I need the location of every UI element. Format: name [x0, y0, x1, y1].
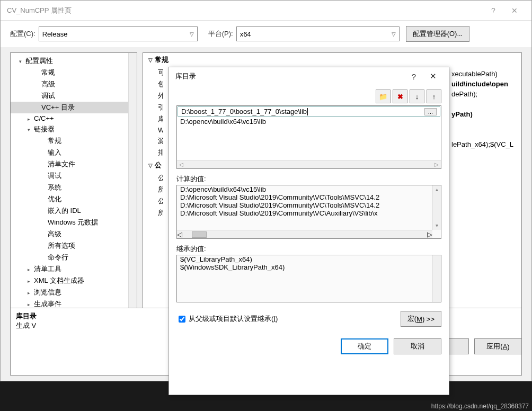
tree-item[interactable]: VC++ 目录 [11, 102, 128, 113]
dialog-footer: 确定 取消 [169, 338, 449, 362]
tree-item[interactable]: 清单文件 [11, 158, 128, 170]
prop-value-tail: xecutablePath) [447, 69, 521, 79]
platform-label: 平台(P): [208, 29, 233, 39]
tree-item[interactable]: ▾配置属性 [11, 55, 128, 67]
inherit-check-row: 从父级或项目默认设置继承(I) 宏(M) >> [176, 311, 441, 327]
config-manager-button[interactable]: 配置管理器(O)... [406, 26, 470, 42]
tree-item[interactable]: ▸浏览信息 [11, 287, 128, 298]
inherit-line: $(VC_LibraryPath_x64) [177, 255, 441, 263]
tree-item[interactable]: Windows 元数据 [11, 217, 128, 228]
tree-item[interactable]: 所有选项 [11, 240, 128, 252]
calc-line: D:\Microsoft Visual Studio\2019\Communit… [177, 209, 441, 217]
tree-item[interactable]: 高级 [11, 228, 128, 240]
main-titlebar: CV_NumCPP 属性页 ? ✕ [1, 1, 531, 21]
tree-item[interactable]: ▸C/C++ [11, 113, 128, 123]
macro-button[interactable]: 宏(M) >> [401, 311, 441, 327]
tree-item[interactable]: 常规 [11, 135, 128, 147]
prop-value-tail [447, 129, 521, 139]
paths-edit-list[interactable]: D:\boost_1_77_0\boost_1_77_0\stage\lib .… [176, 105, 441, 169]
tree-item[interactable]: 系统 [11, 182, 128, 193]
inherit-line: $(WindowsSDK_LibraryPath_x64) [177, 263, 441, 271]
path-line[interactable]: D:\opencv\build\x64\vc15\lib [177, 117, 441, 126]
calc-hscroll[interactable]: ◁▷ [177, 230, 432, 238]
calc-line: D:\Microsoft Visual Studio\2019\Communit… [177, 201, 441, 209]
library-dirs-dialog: 库目录 ? ✕ 📁 ✖ ↓ ↑ D:\boost_1_77_0\boost_1_… [169, 67, 449, 395]
close-button[interactable]: ✕ [504, 6, 525, 15]
new-line-button[interactable]: 📁 [376, 90, 391, 103]
browse-button[interactable]: ... [424, 108, 437, 115]
tree-item[interactable]: 调试 [11, 170, 128, 182]
chevron-down-icon: ▽ [392, 31, 396, 37]
move-down-button[interactable]: ↓ [410, 90, 424, 103]
dialog-title: 库目录 [175, 72, 404, 81]
tree-item[interactable]: 调试 [11, 90, 128, 102]
config-label: 配置(C): [10, 29, 36, 39]
tree-item[interactable]: ▸XML 文档生成器 [11, 275, 128, 287]
prop-value-tail: uild\include\open [447, 79, 521, 89]
inherit-checkbox[interactable] [179, 316, 185, 323]
calc-vscroll[interactable]: ▴▾ [432, 185, 441, 230]
calc-line: D:\opencv\build\x64\vc15\lib [177, 185, 441, 193]
tree-item[interactable]: 高级 [11, 78, 128, 90]
tree-item[interactable]: ▾链接器 [11, 123, 128, 135]
inherited-list: $(VC_LibraryPath_x64) $(WindowsSDK_Libra… [176, 255, 441, 302]
dialog-titlebar: 库目录 ? ✕ [169, 67, 449, 85]
dialog-help-button[interactable]: ? [404, 72, 423, 81]
tree-item[interactable]: ▸清单工具 [11, 263, 128, 275]
config-tree[interactable]: ▾配置属性常规高级调试VC++ 目录▸C/C++▾链接器常规输入清单文件调试系统… [11, 53, 128, 338]
prop-value-tail: dePath); [447, 89, 521, 99]
prop-value-tail: yPath) [447, 109, 521, 119]
calculated-label: 计算的值: [176, 174, 441, 184]
watermark: https://blog.csdn.net/qq_28368377 [431, 403, 529, 410]
cancel-button[interactable]: 取消 [394, 338, 441, 354]
inherited-label: 继承的值: [176, 244, 441, 254]
ok-button[interactable]: 确定 [341, 338, 388, 354]
inherit-check-label: 从父级或项目默认设置继承(I) [189, 314, 278, 324]
config-row: 配置(C): Release ▽ 平台(P): x64 ▽ 配置管理器(O)..… [1, 21, 531, 47]
calc-line: D:\Microsoft Visual Studio\2019\Communit… [177, 193, 441, 201]
tree-panel: ▾配置属性常规高级调试VC++ 目录▸C/C++▾链接器常规输入清单文件调试系统… [10, 52, 137, 338]
tree-item[interactable]: 嵌入的 IDL [11, 205, 128, 217]
calculated-list: D:\opencv\build\x64\vc15\lib D:\Microsof… [176, 185, 441, 239]
dialog-body: 📁 ✖ ↓ ↑ D:\boost_1_77_0\boost_1_77_0\sta… [169, 85, 449, 338]
tree-scrollbar[interactable] [128, 53, 137, 338]
prop-value-tail: lePath_x64);$(VC_L [447, 139, 521, 149]
chevron-down-icon: ▽ [190, 31, 194, 37]
platform-value: x64 [240, 30, 251, 38]
main-title: CV_NumCPP 属性页 [7, 6, 483, 15]
section-general[interactable]: ▽常规 [143, 53, 521, 67]
help-button[interactable]: ? [483, 6, 504, 15]
platform-combo[interactable]: x64 ▽ [236, 26, 400, 41]
dialog-toolbar: 📁 ✖ ↓ ↑ [176, 90, 441, 103]
dialog-close-button[interactable]: ✕ [423, 72, 442, 81]
tree-item[interactable]: 命令行 [11, 252, 128, 263]
path-line-editing[interactable]: D:\boost_1_77_0\boost_1_77_0\stage\lib .… [178, 106, 440, 117]
apply-button[interactable]: 应用(A) [474, 338, 522, 354]
prop-value-tail [447, 119, 521, 129]
tree-item[interactable]: 输入 [11, 147, 128, 158]
config-combo[interactable]: Release ▽ [39, 26, 198, 41]
tree-item[interactable]: 优化 [11, 193, 128, 205]
move-up-button[interactable]: ↑ [427, 90, 441, 103]
config-value: Release [42, 30, 68, 38]
inherit-vscroll[interactable] [432, 255, 441, 302]
prop-value-tail [447, 99, 521, 109]
delete-line-button[interactable]: ✖ [393, 90, 407, 103]
tree-item[interactable]: 常规 [11, 67, 128, 78]
edit-hscroll[interactable]: ◁▷ [177, 160, 441, 168]
